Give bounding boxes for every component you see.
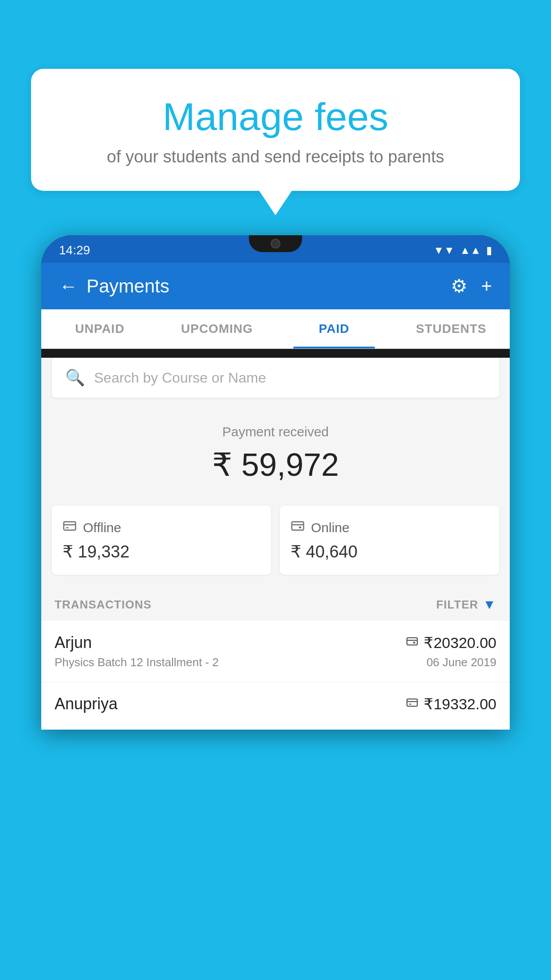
- svg-rect-5: [299, 526, 301, 528]
- transaction-top: Anupriya ₹19332.00: [55, 695, 496, 713]
- add-icon[interactable]: +: [481, 276, 492, 297]
- transaction-amount: ₹19332.00: [424, 695, 496, 713]
- payment-received-amount: ₹ 59,972: [50, 446, 501, 483]
- online-payment-card: Online ₹ 40,640: [280, 506, 499, 575]
- filter-label: FILTER: [436, 598, 478, 612]
- transaction-bottom: Physics Batch 12 Installment - 2 06 June…: [55, 656, 496, 669]
- online-card-header: Online: [291, 519, 488, 537]
- page-title: Payments: [87, 276, 169, 297]
- tab-paid[interactable]: PAID: [276, 309, 393, 348]
- back-button[interactable]: ←: [59, 276, 78, 297]
- bubble-title: Manage fees: [53, 95, 498, 138]
- offline-payment-card: Offline ₹ 19,332: [52, 506, 271, 575]
- online-amount: ₹ 40,640: [291, 542, 488, 561]
- transaction-name: Anupriya: [55, 695, 118, 713]
- transaction-date: 06 June 2019: [426, 656, 496, 669]
- transaction-amount: ₹20320.00: [424, 634, 496, 652]
- tabs-bar: UNPAID UPCOMING PAID STUDENTS: [41, 309, 510, 349]
- payment-received-label: Payment received: [50, 424, 501, 439]
- transaction-amount-wrap: ₹20320.00: [406, 634, 496, 652]
- settings-icon[interactable]: ⚙: [451, 275, 468, 297]
- search-input[interactable]: Search by Course or Name: [94, 370, 266, 386]
- header-right: ⚙ +: [451, 275, 492, 297]
- phone-frame: 14:29 ▼▼ ▲▲ ▮ ← Payments ⚙ +: [41, 235, 510, 730]
- offline-payment-icon: [406, 696, 418, 712]
- speech-bubble: Manage fees of your students and send re…: [31, 69, 520, 191]
- offline-card-header: Offline: [63, 519, 260, 537]
- phone-notch: [249, 235, 302, 252]
- transaction-detail: Physics Batch 12 Installment - 2: [55, 656, 219, 669]
- status-icons: ▼▼ ▲▲ ▮: [433, 244, 492, 257]
- online-payment-icon: [406, 635, 418, 651]
- wifi-icon: ▼▼: [433, 244, 455, 257]
- bubble-subtitle: of your students and send receipts to pa…: [53, 147, 498, 166]
- transaction-name: Arjun: [55, 633, 92, 652]
- transactions-header: TRANSACTIONS FILTER ▼: [41, 588, 510, 621]
- offline-icon: [63, 519, 77, 537]
- offline-amount: ₹ 19,332: [63, 542, 260, 561]
- svg-rect-8: [413, 642, 416, 644]
- phone-container: 14:29 ▼▼ ▲▲ ▮ ← Payments ⚙ +: [41, 235, 510, 980]
- tab-students[interactable]: STUDENTS: [393, 309, 510, 348]
- transaction-row[interactable]: Anupriya ₹19332.00: [41, 682, 510, 730]
- search-bar[interactable]: 🔍 Search by Course or Name: [52, 358, 499, 398]
- online-label: Online: [311, 520, 350, 535]
- payment-received-section: Payment received ₹ 59,972: [41, 407, 510, 497]
- content-area: 🔍 Search by Course or Name Payment recei…: [41, 358, 510, 730]
- transactions-label: TRANSACTIONS: [55, 598, 152, 612]
- app-header: ← Payments ⚙ +: [41, 263, 510, 309]
- filter-icon: ▼: [483, 597, 496, 612]
- offline-label: Offline: [83, 520, 121, 535]
- header-left: ← Payments: [59, 276, 169, 297]
- tab-unpaid[interactable]: UNPAID: [41, 309, 158, 348]
- status-time: 14:29: [59, 243, 90, 257]
- svg-rect-6: [407, 637, 417, 644]
- online-icon: [291, 519, 305, 537]
- search-icon: 🔍: [65, 368, 85, 387]
- battery-icon: ▮: [486, 244, 492, 257]
- signal-icon: ▲▲: [460, 244, 481, 257]
- svg-rect-9: [407, 699, 417, 706]
- svg-rect-0: [64, 522, 76, 530]
- transaction-row[interactable]: Arjun ₹20320.00: [41, 621, 510, 682]
- front-camera: [271, 239, 280, 249]
- filter-button[interactable]: FILTER ▼: [436, 597, 496, 612]
- transaction-amount-wrap: ₹19332.00: [406, 695, 496, 713]
- transaction-top: Arjun ₹20320.00: [55, 633, 496, 652]
- tab-upcoming[interactable]: UPCOMING: [158, 309, 276, 348]
- payment-breakdown: Offline ₹ 19,332: [52, 506, 499, 575]
- svg-rect-3: [292, 522, 304, 530]
